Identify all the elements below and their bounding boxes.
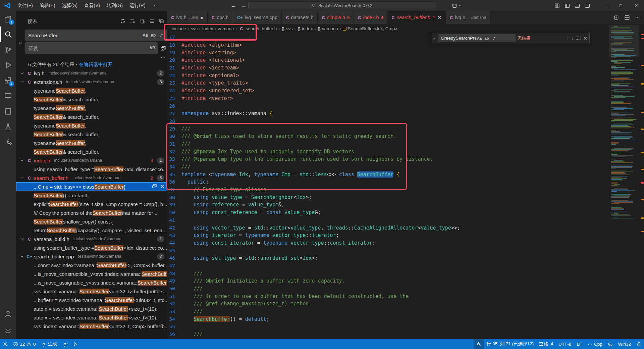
find-in-selection-icon[interactable] bbox=[576, 36, 581, 41]
activity-item-run-debug[interactable] bbox=[0, 57, 16, 73]
overview-ruler[interactable] bbox=[639, 24, 644, 339]
more-actions-icon[interactable]: ⋯ bbox=[633, 13, 642, 22]
activity-item-tools[interactable] bbox=[0, 135, 16, 150]
search-match-row[interactable]: SearchBuffer& search_buffer, bbox=[16, 112, 167, 121]
search-result-file-row[interactable]: Cextensions.hinclude\svs\index\vamana8 bbox=[16, 78, 167, 86]
search-match-row[interactable]: svs::index::vamana::SearchBuffer<uint32_… bbox=[16, 322, 167, 331]
open-in-editor-link[interactable]: 在编辑器中打开 bbox=[79, 62, 113, 67]
search-input-box[interactable]: Aa ab .* bbox=[25, 30, 167, 41]
toggle-search-details-button[interactable]: ··· bbox=[160, 55, 167, 59]
customize-layout-icon[interactable] bbox=[553, 1, 561, 10]
activity-item-extensions[interactable]: 4 bbox=[0, 73, 16, 88]
activity-item-explorer[interactable]: 1 bbox=[0, 11, 16, 27]
toggle-replace-button[interactable] bbox=[17, 35, 24, 51]
find-input[interactable] bbox=[441, 36, 476, 41]
search-result-file-row[interactable]: Csearch_buffer.hinclude\svs\index\vamana… bbox=[16, 173, 167, 182]
close-find-widget-icon[interactable]: ✕ bbox=[583, 36, 587, 41]
search-result-file-row[interactable]: C+search_buffer.cpptests\svs\index\vaman… bbox=[16, 252, 167, 261]
search-match-row[interactable]: using search_buffer_type = SearchBuffer<… bbox=[16, 243, 167, 252]
search-input[interactable] bbox=[28, 33, 141, 38]
status-item-bell[interactable] bbox=[634, 339, 644, 349]
activity-item-settings[interactable] bbox=[0, 323, 16, 339]
search-match-row[interactable]: SearchBuffer& search_buffer, bbox=[16, 95, 167, 104]
search-match-row[interactable]: /// Copy the portions of the SearchBuffe… bbox=[16, 208, 167, 217]
breadcrumb-item[interactable]: index bbox=[202, 26, 213, 31]
new-search-editor-button[interactable] bbox=[138, 17, 146, 25]
breadcrumb-item[interactable]: Csearch_buffer.h bbox=[238, 26, 277, 31]
search-match-row[interactable]: svs::index::vamana::SearchBuffer<uint32_… bbox=[16, 287, 167, 296]
tab-lvq-h[interactable]: Clvq.h...\lvq● bbox=[167, 11, 208, 24]
clear-results-button[interactable] bbox=[128, 17, 137, 25]
find-regex-icon[interactable]: .* bbox=[490, 35, 498, 42]
activity-item-remote-explorer[interactable] bbox=[0, 88, 16, 104]
command-center-search[interactable]: ScalableVectorSearch-0.0.2 bbox=[248, 2, 436, 9]
breadcrumb-item[interactable]: SearchBuffer<Idx, Cmp> bbox=[343, 26, 397, 31]
forward-button[interactable]: → bbox=[241, 2, 247, 9]
split-editor-icon[interactable] bbox=[623, 13, 631, 22]
breadcrumb-item[interactable]: {}vamana bbox=[317, 26, 338, 31]
search-match-row[interactable]: SearchBuffer& search_buffer, bbox=[16, 130, 167, 139]
close-tab-icon[interactable]: ✕ bbox=[437, 15, 441, 20]
status-item-text[interactable]: UTF-8 bbox=[556, 339, 574, 349]
run-button[interactable] bbox=[612, 13, 621, 22]
search-match-row[interactable]: auto x = svs::index::vamana::SearchBuffe… bbox=[16, 304, 167, 313]
search-match-row[interactable]: SearchBuffer() = default; bbox=[16, 191, 167, 200]
toggle-sidebar-icon[interactable] bbox=[563, 1, 572, 10]
menu-item[interactable]: ··· bbox=[149, 0, 160, 11]
status-item-gear[interactable] bbox=[60, 339, 70, 349]
search-match-row[interactable]: using search_buffer_type = SearchBuffer<… bbox=[16, 165, 167, 173]
tab-index-h[interactable]: Cindex.h4 bbox=[354, 11, 387, 24]
status-item-remote[interactable] bbox=[0, 339, 10, 349]
status-item-lang[interactable]: Cpp bbox=[585, 339, 605, 349]
search-match-row[interactable]: ...const svs::index::vamana::SearchBuffe… bbox=[16, 261, 167, 269]
search-match-row[interactable]: typename SearchBuffer, bbox=[16, 104, 167, 112]
find-whole-word-icon[interactable]: ab bbox=[483, 35, 490, 42]
status-item-play[interactable] bbox=[70, 339, 80, 349]
search-match-row[interactable]: typename SearchBuffer, bbox=[16, 139, 167, 147]
regex-icon[interactable]: .* bbox=[157, 31, 165, 39]
tab-ops-h[interactable]: Cops.h bbox=[208, 11, 233, 24]
tab-search_buffer-h[interactable]: Csearch_buffer.h2✕ bbox=[388, 11, 446, 24]
replace-all-button[interactable] bbox=[159, 44, 167, 52]
activity-item-testing[interactable] bbox=[0, 119, 16, 135]
refresh-button[interactable] bbox=[119, 17, 127, 25]
status-item-copilot[interactable] bbox=[605, 339, 615, 349]
status-item-magnify[interactable] bbox=[474, 339, 484, 349]
tab-lvq-h[interactable]: Clvq.h...\vamana bbox=[446, 11, 490, 24]
toggle-panel-icon[interactable] bbox=[573, 1, 582, 10]
minimap[interactable] bbox=[610, 26, 637, 228]
replace-input[interactable] bbox=[28, 45, 148, 51]
breadcrumb-item[interactable]: vamana bbox=[218, 26, 234, 31]
status-item-text[interactable]: Win32 bbox=[615, 339, 634, 349]
search-match-row[interactable]: SearchBuffer shallow_copy() const { bbox=[16, 217, 167, 226]
code-area[interactable]: 1718#include <algorithm>19#include <cstr… bbox=[167, 34, 610, 339]
find-match-case-icon[interactable]: Aa bbox=[476, 35, 483, 42]
preserve-case-icon[interactable]: AB bbox=[148, 44, 156, 52]
search-match-row[interactable]: return SearchBuffer{capacity(), compare_… bbox=[16, 226, 167, 235]
chevron-down-icon[interactable] bbox=[19, 237, 25, 241]
maximize-button[interactable]: □ bbox=[613, 0, 629, 11]
whole-word-icon[interactable]: ab bbox=[149, 31, 157, 39]
chevron-down-icon[interactable] bbox=[19, 158, 25, 162]
search-match-row[interactable]: typename SearchBuffer, bbox=[16, 121, 167, 130]
search-match-row[interactable]: ...Cmp = std::less<>> class SearchBuffer… bbox=[16, 182, 167, 191]
replace-match-icon[interactable] bbox=[152, 184, 157, 190]
menu-item[interactable]: 查看(V) bbox=[81, 0, 103, 11]
status-item-text[interactable]: 空格: 4 bbox=[536, 339, 556, 349]
tab-simple-h[interactable]: Csimple.h6 bbox=[318, 11, 354, 24]
back-button[interactable]: ← bbox=[231, 2, 236, 9]
collapse-all-button[interactable] bbox=[158, 17, 166, 25]
minimize-button[interactable]: – bbox=[598, 0, 613, 11]
activity-item-account[interactable] bbox=[0, 306, 16, 321]
search-match-row[interactable]: ...is_move_assignable_v<svs::index::vama… bbox=[16, 278, 167, 287]
chevron-down-icon[interactable] bbox=[19, 254, 25, 258]
status-item-text[interactable]: LF bbox=[574, 339, 585, 349]
match-case-icon[interactable]: Aa bbox=[141, 31, 149, 39]
breadcrumb-item[interactable]: {}svs bbox=[281, 26, 293, 31]
chevron-down-icon[interactable] bbox=[19, 80, 25, 84]
search-result-file-row[interactable]: Clvq.hinclude\svs\extensions\vamana2 bbox=[16, 69, 167, 78]
status-item-problems[interactable]: 120 bbox=[10, 339, 39, 349]
menu-item[interactable]: 运行(R) bbox=[126, 0, 149, 11]
breadcrumb-item[interactable]: svs bbox=[191, 26, 198, 31]
status-item-build[interactable]: 生成 bbox=[39, 339, 60, 349]
